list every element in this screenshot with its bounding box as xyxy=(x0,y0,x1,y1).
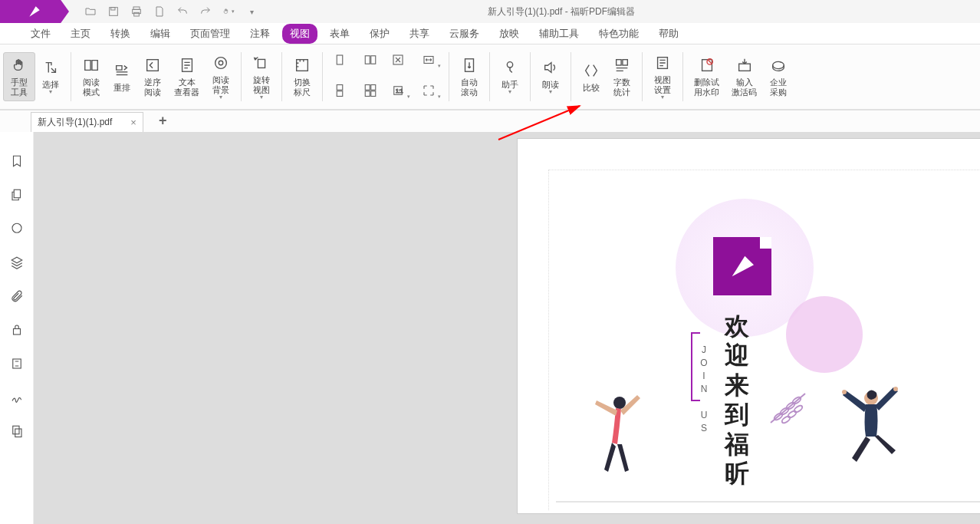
enterprise-button[interactable]: 企业 采购 xyxy=(763,53,794,101)
svg-point-32 xyxy=(773,61,784,68)
fit-visible-icon[interactable]: ▾ xyxy=(421,83,436,98)
view-settings-button[interactable]: 视图 设置 ▾ xyxy=(647,51,678,104)
side-panel xyxy=(0,132,34,524)
comments-panel-icon[interactable] xyxy=(9,221,25,236)
print-icon[interactable] xyxy=(130,5,143,18)
foxit-logo xyxy=(713,237,771,295)
zoom-actual-icon[interactable]: 1:1▾ xyxy=(390,83,406,98)
compare-button[interactable]: 比较 xyxy=(576,58,607,96)
close-tab-icon[interactable]: × xyxy=(130,117,136,128)
word-count-button[interactable]: 字数 统计 xyxy=(607,53,637,101)
menu-form[interactable]: 表单 xyxy=(322,24,357,44)
svg-rect-36 xyxy=(12,359,21,368)
svg-rect-16 xyxy=(365,85,370,91)
security-panel-icon[interactable] xyxy=(9,322,25,338)
continuous-two-icon[interactable] xyxy=(363,83,378,98)
fit-width-icon[interactable]: ▾ xyxy=(421,52,436,68)
svg-point-25 xyxy=(507,62,512,68)
decorative-circle-medium xyxy=(786,296,863,373)
svg-point-48 xyxy=(842,390,847,394)
autoscroll-icon xyxy=(460,56,478,74)
assistant-button[interactable]: 助手 ▾ xyxy=(495,55,525,98)
toggle-ruler-button[interactable]: 切换 标尺 xyxy=(287,53,317,101)
svg-rect-37 xyxy=(12,426,18,434)
text-page-icon xyxy=(178,56,196,74)
menu-features[interactable]: 特色功能 xyxy=(591,24,646,44)
enter-code-button[interactable]: 输入 激活码 xyxy=(725,53,763,101)
document-tab[interactable]: 新人引导(1)(1).pdf × xyxy=(31,112,143,132)
text-viewer-button[interactable]: 文本 查看器 xyxy=(168,53,206,101)
hand-tool-button[interactable]: 手型 工具 xyxy=(3,52,35,101)
page-icon[interactable] xyxy=(153,5,166,18)
menu-annotate[interactable]: 注释 xyxy=(242,24,278,44)
layers-panel-icon[interactable] xyxy=(9,255,25,270)
svg-rect-1 xyxy=(111,8,115,10)
svg-rect-12 xyxy=(365,56,370,64)
two-page-icon[interactable] xyxy=(363,52,378,68)
wordcount-icon xyxy=(613,56,631,74)
app-logo xyxy=(0,0,69,23)
hand-icon xyxy=(10,56,28,74)
menu-edit[interactable]: 编辑 xyxy=(143,24,178,44)
svg-rect-33 xyxy=(14,189,20,198)
signature-panel-icon[interactable] xyxy=(9,390,25,405)
select-button[interactable]: 选择 ▾ xyxy=(35,55,66,98)
new-tab-button[interactable]: + xyxy=(159,113,167,132)
layout-small-buttons xyxy=(327,46,386,107)
svg-point-46 xyxy=(613,397,626,409)
window-title: 新人引导(1)(1).pdf - 福昕PDF编辑器 xyxy=(258,5,980,18)
reflow-icon xyxy=(113,61,131,80)
clipboard-panel-icon[interactable] xyxy=(9,423,25,439)
illustration-person-right xyxy=(837,381,906,483)
svg-rect-18 xyxy=(365,91,370,97)
menu-home[interactable]: 主页 xyxy=(63,24,98,44)
reflow-button[interactable]: 重排 xyxy=(107,58,137,96)
open-icon[interactable] xyxy=(84,5,97,18)
menu-accessibility[interactable]: 辅助工具 xyxy=(531,24,587,44)
leaf-decoration xyxy=(763,384,817,433)
quick-access-toolbar: ▾ ▾ xyxy=(69,5,258,18)
continuous-icon[interactable] xyxy=(332,83,347,98)
illustration-person-left xyxy=(585,389,646,483)
cursor-text-icon xyxy=(41,58,60,77)
svg-rect-9 xyxy=(258,59,265,68)
pages-panel-icon[interactable] xyxy=(9,187,25,203)
fit-page-icon[interactable] xyxy=(390,52,406,68)
hand-dropdown-icon[interactable]: ▾ xyxy=(222,5,235,18)
menu-cloud[interactable]: 云服务 xyxy=(442,24,487,44)
fields-panel-icon[interactable] xyxy=(9,356,25,371)
bookmark-panel-icon[interactable] xyxy=(9,153,25,169)
read-mode-button[interactable]: 阅读 模式 xyxy=(76,53,107,101)
redo-icon[interactable] xyxy=(199,5,212,18)
ribbon: 手型 工具 选择 ▾ 阅读 模式 重排 逆序 阅读 文本 查看器 阅读 背景 ▾ xyxy=(0,44,980,110)
reverse-read-button[interactable]: 逆序 阅读 xyxy=(137,53,168,101)
read-bg-button[interactable]: 阅读 背景 ▾ xyxy=(206,51,236,104)
menu-file[interactable]: 文件 xyxy=(23,24,58,44)
document-viewport[interactable]: JOIN US 欢 迎 来 到 福 昕 xyxy=(34,132,980,524)
svg-rect-26 xyxy=(617,60,621,65)
undo-icon[interactable] xyxy=(176,5,189,18)
menu-present[interactable]: 放映 xyxy=(492,24,527,44)
document-tab-label: 新人引导(1)(1).pdf xyxy=(38,116,112,129)
menu-convert[interactable]: 转换 xyxy=(103,24,138,44)
save-icon[interactable] xyxy=(107,5,120,18)
rotate-icon xyxy=(252,54,271,72)
read-aloud-button[interactable]: 朗读 ▾ xyxy=(535,55,566,98)
settings-panel-icon xyxy=(653,54,672,72)
svg-rect-5 xyxy=(147,60,159,71)
single-page-icon[interactable] xyxy=(332,52,347,68)
qat-more-icon[interactable]: ▾ xyxy=(245,5,258,18)
rotate-view-button[interactable]: 旋转 视图 ▾ xyxy=(246,51,277,104)
svg-rect-38 xyxy=(15,429,21,437)
svg-point-8 xyxy=(219,61,223,65)
attachments-panel-icon[interactable] xyxy=(9,288,25,304)
remove-watermark-button[interactable]: 删除试 用水印 xyxy=(688,53,725,101)
assistant-icon xyxy=(501,58,519,77)
book-icon xyxy=(82,56,100,74)
menu-help[interactable]: 帮助 xyxy=(651,24,686,44)
auto-scroll-button[interactable]: 自动 滚动 xyxy=(454,53,485,101)
menu-view[interactable]: 视图 xyxy=(282,24,317,44)
menu-page-manage[interactable]: 页面管理 xyxy=(183,24,238,44)
menu-share[interactable]: 共享 xyxy=(402,24,437,44)
menu-protect[interactable]: 保护 xyxy=(362,24,397,44)
